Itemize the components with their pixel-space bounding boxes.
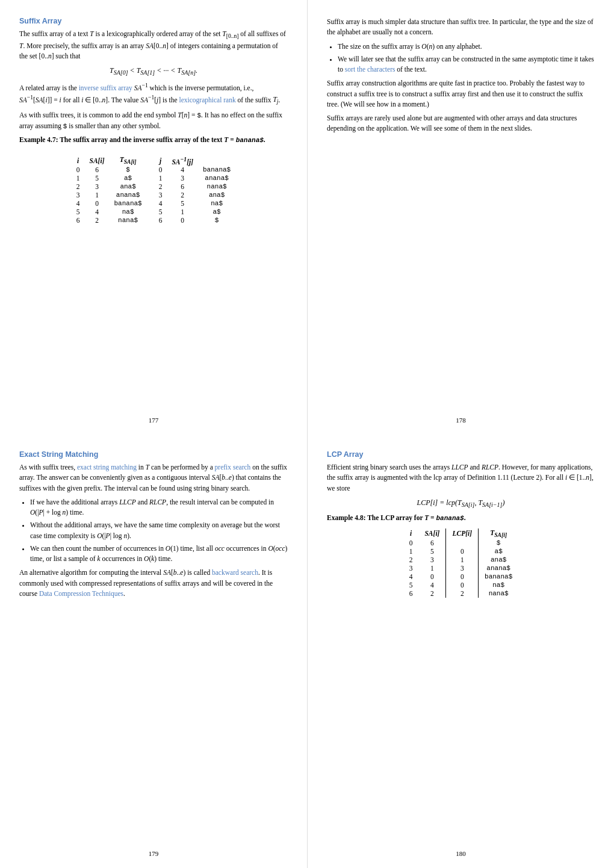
page-number-178: 178 [327,417,595,424]
p177-sa-table: i SA[i] TSA[i] j SA−1[j] 06$04banana$ 15… [72,155,235,225]
link-exact-string-matching[interactable]: exact string matching [77,463,137,471]
p177-example-label: Example 4.7: The suffix array and the in… [19,135,288,146]
p177-para3: As with suffix trees, it is common to ad… [19,110,288,131]
p179-bullets: If we have the additional arrays LLCP an… [30,497,288,565]
table-row: 231ana$ [403,556,519,564]
table-row: 06$04banana$ [72,166,235,174]
section-title-exact-string: Exact String Matching [19,450,288,459]
p179-bullet1: If we have the additional arrays LLCP an… [30,497,288,518]
section-title-suffix-array: Suffix Array [19,17,288,25]
table-row: 15a$13anana$ [72,174,235,182]
page-179: Exact String Matching As with suffix tre… [0,433,307,867]
page-number-177: 177 [19,417,288,424]
link-backward-search[interactable]: backward search [212,569,258,576]
link-inverse-suffix-array[interactable]: inverse suffix array [79,84,132,91]
p178-para3: Suffix arrays are rarely used alone but … [327,113,595,134]
p177-para1: The suffix array of a text T is a lexico… [19,29,288,61]
table-row: 540na$ [403,581,519,589]
page-178: Suffix array is much simpler data struct… [307,0,614,433]
page-180: LCP Array Efficient string binary search… [307,433,614,867]
table-row: 622nana$ [403,589,519,598]
table-row: 06$ [403,539,519,547]
table-row: 400banana$ [403,572,519,581]
p180-lcp-table: i SA[i] LCP[i] TSA[i] 06$ 150a$ 231ana$ … [403,529,519,598]
p177-para2: A related array is the inverse suffix ar… [19,81,288,107]
link-data-compression[interactable]: Data Compression Techniques [39,590,123,597]
table-row: 54na$51a$ [72,208,235,216]
p179-bullet3: We can then count the number of occurren… [30,544,288,565]
p177-formula1: TSA[0] < TSA[1] < ··· < TSA[n]. [19,65,288,77]
p180-lcp-table-container: i SA[i] LCP[i] TSA[i] 06$ 150a$ 231ana$ … [327,529,595,598]
link-sort-characters[interactable]: sort the characters [345,66,395,73]
table-row: 313anana$ [403,564,519,572]
link-prefix-search[interactable]: prefix search [215,463,251,471]
p178-bullet2: We will later see that the suffix array … [338,54,595,75]
page-number-180: 180 [327,850,595,857]
p178-para2: Suffix array construction algorithms are… [327,78,595,110]
link-lexicographical-rank[interactable]: lexicographical rank [179,96,235,103]
table-row: 23ana$26nana$ [72,182,235,191]
page-177: Suffix Array The suffix array of a text … [0,0,307,433]
p179-alt-para: An alternative algorithm for computing t… [19,568,288,599]
section-title-lcp-array: LCP Array [327,450,595,459]
p178-bullet1: The size on the suffix array is O(n) on … [338,42,595,52]
table-row: 62nana$60$ [72,216,235,225]
p179-intro: As with suffix trees, exact string match… [19,462,288,494]
p179-bullet2: Without the additional arrays, we have t… [30,520,288,541]
p180-formula: LCP[i] = lcp(TSA[i], TSA[i−1]) [327,497,595,509]
table-row: 31anana$32ana$ [72,191,235,199]
p180-intro: Efficient string binary search uses the … [327,462,595,494]
p178-bullets: The size on the suffix array is O(n) on … [338,42,595,75]
p180-example-label: Example 4.8: The LCP array for T = banan… [327,513,595,524]
table-row: 40banana$45na$ [72,199,235,208]
p178-para1: Suffix array is much simpler data struct… [327,17,595,38]
page-number-179: 179 [19,850,288,857]
table-row: 150a$ [403,547,519,556]
